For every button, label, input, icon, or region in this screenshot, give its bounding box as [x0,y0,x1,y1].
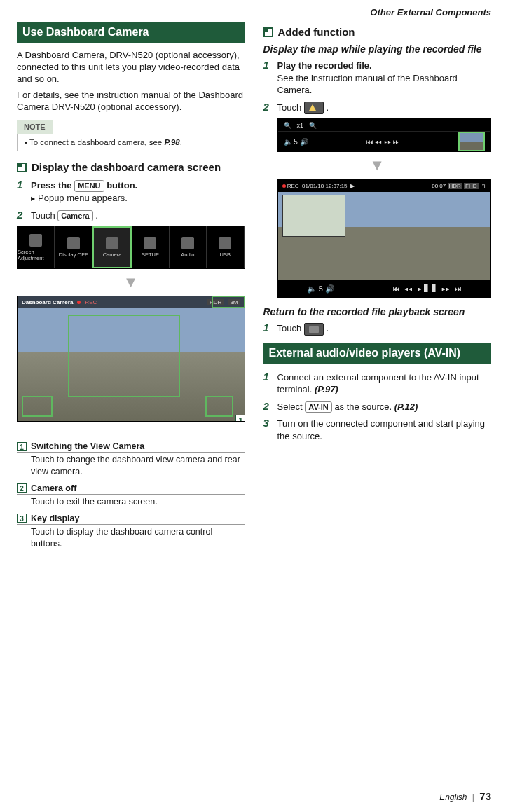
footer-page-number: 73 [479,790,491,802]
zoom-in-icon: 🔍 [309,122,317,129]
right-step-1: 1 Play the recorded file. See the instru… [263,59,492,97]
step-content: Touch . [277,322,492,336]
step2-text-a: Touch [277,102,304,113]
avin-button-tag: AV-IN [305,401,332,413]
intro-paragraph-2: For details, see the instruction manual … [17,90,245,113]
right-step-2: 2 Touch . [263,101,492,115]
callout-box-3b: 3 [22,396,53,417]
step-number: 2 [263,101,273,113]
camera-title: Dashboard Camera [22,299,73,305]
desc-item-1: 1Switching the View Camera Touch to chan… [17,441,245,478]
note-label: NOTE [17,120,53,134]
step-1: 1 Press the MENU button. Popup menu appe… [17,179,245,204]
desc-text: Touch to change the dashboard view camer… [17,454,245,478]
subhead-text: Added function [278,26,355,38]
step2-text-b: . [326,102,329,113]
zoom-level: x1 [297,122,304,129]
subhead-text: Display the dashboard camera screen [32,161,221,173]
zoom-row: 🔍 x1 🔍 [278,119,491,132]
step-text: See the instruction manual of the Dashbo… [277,72,492,97]
zoom-out-icon: 🔍 [284,122,291,129]
heading-av-in: External audio/video players (AV-IN) [263,343,492,364]
step-content: Touch . [277,102,492,115]
av1-ref: (P.97) [315,384,338,394]
dashboard-camera-screenshot: Dashboard Camera REC HDR 3M 1 2 3 [17,296,245,422]
note-text: • To connect a dashboard camera, see [25,138,164,146]
desc-num: 2 [17,483,27,493]
camera-button-tag: Camera [57,210,92,221]
desc-item-3: 3Key display Touch to display the dashbo… [17,514,245,550]
square-bullet-icon [17,163,27,172]
desc-num: 1 [17,442,27,451]
desc-title: Camera off [31,483,76,493]
step-content: Connect an external component to the AV-… [277,371,492,396]
controls-row: 🔈 5 🔊 ⏮ ◀◀ ▶▶ ⏭ [278,132,491,151]
footer-divider: | [472,792,474,802]
desc-text: Touch to exit the camera screen. [17,496,245,508]
map-icon-button [304,102,324,114]
step-content: Select AV-IN as the source. (P.12) [277,401,492,413]
step-content: Press the MENU button. Popup menu appear… [31,179,245,204]
nav-map-inset [282,195,345,237]
note-ref: P.98 [164,138,179,146]
step1-text-a: Press the [31,180,74,191]
callout-box-3a [68,315,180,397]
menu-usb: USB [207,226,244,268]
camera-top-bar: Dashboard Camera REC HDR 3M [18,296,245,308]
square-bullet-icon [263,27,273,37]
av-step-3: 3 Turn on the connected component and st… [263,417,492,442]
return-text-b: . [326,323,329,333]
camera-icon-button [304,323,324,336]
callout-box-2: 2 [205,396,233,417]
left-column: Use Dashboard Camera A Dashboard Camera,… [17,22,245,555]
subhead-added-function: Added function [263,26,492,38]
av-step-1: 1 Connect an external component to the A… [263,371,492,396]
desc-item-2: 2Camera off Touch to exit the camera scr… [17,483,245,508]
step-number: 1 [263,371,273,383]
menu-camera: Camera [92,226,132,268]
step-content: Turn on the connected component and star… [277,418,492,442]
page-footer: English | 73 [439,790,491,802]
av-step-2: 2 Select AV-IN as the source. (P.12) [263,400,492,413]
menu-button-tag: MENU [74,180,104,191]
return-text-a: Touch [277,323,304,333]
nav-bottom-bar: 🔈 5 🔊 ⏮ ◀◀ ▶❚❚ ▶▶ ⏭ [278,280,491,297]
step-number: 1 [263,59,273,71]
note-tail: . [180,138,182,146]
step-number: 3 [263,417,273,429]
nav-date: 01/01/18 12:37:15 [302,183,348,189]
footer-language: English [439,792,467,802]
transport-icons: ⏮ ◀◀ ▶▶ ⏭ [366,138,400,146]
step1-text-b: button. [104,180,138,191]
desc-title: Switching the View Camera [31,441,144,451]
badge-fhd: FHD [464,183,478,189]
volume-level: 5 [294,138,298,146]
step-content: Play the recorded file. See the instruct… [277,60,492,97]
italic-subhead-display-map: Display the map while playing the record… [263,43,492,55]
step-bold: Play the recorded file. [277,60,492,72]
step-number: 2 [17,209,26,221]
av2-b: as the source. [332,401,394,412]
rec-dot-icon [282,184,286,188]
desc-num: 3 [17,514,27,523]
step2-text-a: Touch [31,210,57,221]
right-column: Added function Display the map while pla… [263,22,492,555]
return-step-1: 1 Touch . [263,322,492,336]
menu-display-off: Display OFF [55,226,92,268]
transport-icons: ⏮ ◀◀ ▶❚❚ ▶▶ ⏭ [392,284,461,293]
badge-hdr: HDR [448,183,462,189]
step2-text-b: . [93,210,98,221]
popup-menu-screenshot: Screen Adjustment Display OFF Camera SET… [17,226,245,269]
italic-subhead-return: Return to the recorded file playback scr… [263,306,492,317]
menu-audio: Audio [170,226,207,268]
content-columns: Use Dashboard Camera A Dashboard Camera,… [17,22,491,555]
navigation-view-screenshot: REC 01/01/18 12:37:15 ▶ 00:07 HDR FHD ↰ … [277,179,492,298]
av2-a: Select [277,401,306,412]
rec-label: REC [85,299,97,305]
intro-paragraph-1: A Dashboard Camera, DRV-N520 (optional a… [17,50,245,85]
nav-top-bar: REC 01/01/18 12:37:15 ▶ 00:07 HDR FHD ↰ [278,179,491,192]
heading-use-dashboard-camera: Use Dashboard Camera [17,22,245,43]
callout-label-1: 1 [235,415,245,422]
desc-title: Key display [31,514,79,523]
down-arrow-icon: ▼ [263,156,492,174]
